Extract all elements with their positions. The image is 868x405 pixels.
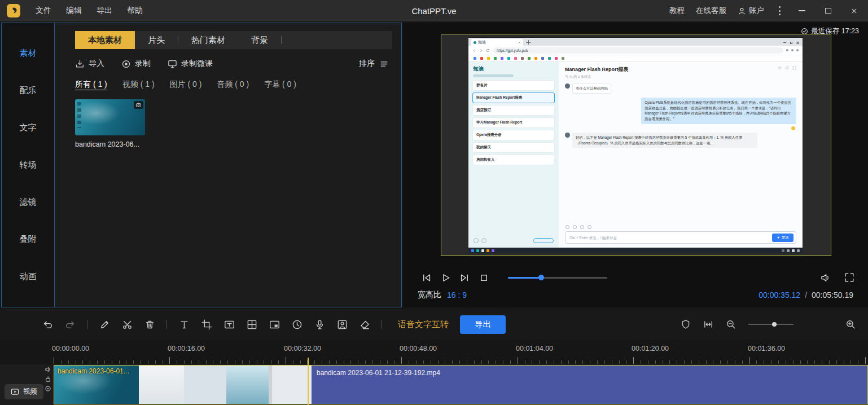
dot-circle-icon: [45, 385, 51, 392]
erase-button[interactable]: [353, 319, 376, 330]
sidebar-item-overlays[interactable]: 叠附: [2, 221, 54, 258]
address-bar: https://gpt.yufu.pub: [493, 47, 783, 54]
skip-start-button[interactable]: [417, 272, 436, 283]
split-button[interactable]: [116, 319, 138, 330]
maximize-button[interactable]: [821, 3, 835, 18]
sidebar-item-animation[interactable]: 动画: [2, 258, 54, 295]
greeting-message: 有什么可以帮你的吗: [572, 83, 611, 94]
recorded-browser-window: 知迪 https://gpt.yufu.pub: [468, 38, 803, 248]
volume-button[interactable]: [820, 272, 831, 283]
record-course-button[interactable]: 录制微课: [168, 59, 213, 69]
crop-button[interactable]: [195, 319, 218, 330]
chat-input[interactable]: 发送: [565, 231, 796, 244]
sidebar-item-filters[interactable]: 滤镜: [2, 183, 54, 221]
video-preview[interactable]: 知迪 https://gpt.yufu.pub: [441, 34, 831, 256]
more-options-button[interactable]: [775, 3, 783, 18]
chat-area: Manager Flash Report报表 与 AI 的 2 条对话: [559, 61, 803, 248]
tab-local-materials[interactable]: 本地素材: [75, 31, 135, 49]
zoom-in-button[interactable]: [845, 319, 856, 329]
aspect-ratio-label: 宽高比: [418, 290, 441, 300]
tutorial-link[interactable]: 教程: [669, 6, 685, 16]
account-button[interactable]: 账户: [738, 6, 764, 16]
zoom-out-button[interactable]: [726, 319, 736, 329]
tab-popular-materials[interactable]: 热门素材: [178, 31, 238, 49]
clip-body[interactable]: bandicam 2023-06-01 21-12-39-192.mp4: [312, 366, 867, 404]
minimize-button[interactable]: [795, 3, 809, 18]
undo-button[interactable]: [36, 319, 59, 330]
current-time: 00:00:35.12: [759, 290, 800, 300]
portrait-button[interactable]: [331, 319, 353, 330]
conversation-item[interactable]: 我的聊天: [473, 143, 554, 152]
video-track-label[interactable]: 视频: [5, 384, 43, 399]
track-lock-button[interactable]: [45, 376, 51, 382]
voiceover-button[interactable]: [308, 319, 331, 330]
split-screen-button[interactable]: [240, 319, 263, 330]
timeline-ruler[interactable]: 00:00:00.00 00:00:16.00 00:00:32.00 00:0…: [0, 341, 868, 364]
aspect-ratio-value[interactable]: 16 : 9: [447, 290, 467, 300]
media-item-name: bandicam 2023-06...: [75, 140, 145, 148]
send-button[interactable]: 发送: [772, 234, 794, 242]
close-button[interactable]: [847, 3, 861, 18]
filter-audio[interactable]: 音频 ( 0 ): [217, 80, 249, 90]
chat-subtitle: 与 AI 的 2 条对话: [565, 74, 629, 80]
seek-slider[interactable]: [508, 277, 607, 279]
conversation-item[interactable]: 房间和收入: [473, 155, 554, 165]
duration-button[interactable]: [286, 319, 308, 330]
play-button[interactable]: [436, 272, 455, 283]
menu-edit[interactable]: 编辑: [59, 6, 89, 16]
media-item[interactable]: bandicam 2023-06...: [75, 99, 145, 148]
tab-backgrounds[interactable]: 背景: [238, 31, 281, 49]
conversation-item[interactable]: Opera报表分析: [473, 130, 554, 140]
conversation-item[interactable]: 酒店预订: [473, 105, 554, 115]
screen-record-icon: [168, 59, 177, 69]
menu-file[interactable]: 文件: [28, 6, 59, 16]
zoom-out-icon: [726, 319, 736, 329]
fit-timeline-button[interactable]: [703, 319, 713, 329]
export-button[interactable]: 导出: [460, 315, 506, 334]
media-thumbnail[interactable]: [75, 99, 145, 135]
marker-button[interactable]: [681, 319, 691, 329]
record-button[interactable]: 录制: [121, 59, 151, 69]
pip-button[interactable]: [263, 319, 286, 330]
sidebar-item-transitions[interactable]: 转场: [2, 146, 54, 183]
conversation-item-active[interactable]: Manager Flash Report报表: [473, 93, 554, 103]
support-link[interactable]: 在线客服: [696, 6, 726, 16]
track-visibility-button[interactable]: [45, 385, 51, 392]
menu-export[interactable]: 导出: [89, 6, 120, 16]
ruler-label: 00:01:36.00: [748, 345, 785, 353]
skip-end-button[interactable]: [455, 272, 474, 283]
scissors-icon: [122, 319, 133, 330]
favorite-icon: [778, 66, 782, 70]
redo-button[interactable]: [59, 319, 81, 330]
conversation-item[interactable]: 学习Manager Flash Report: [473, 118, 554, 127]
filter-all[interactable]: 所有 ( 1 ): [75, 80, 107, 90]
caption-button[interactable]: [218, 319, 240, 330]
timeline-zoom-slider[interactable]: [748, 324, 794, 325]
import-button[interactable]: 导入: [75, 59, 104, 69]
tab-intros[interactable]: 片头: [135, 31, 178, 49]
seek-handle[interactable]: [538, 275, 544, 280]
stop-button[interactable]: [474, 272, 493, 283]
menu-help[interactable]: 帮助: [120, 6, 150, 16]
fullscreen-icon: [844, 272, 854, 283]
add-text-button[interactable]: [173, 319, 195, 330]
conversation-item[interactable]: 群名片: [473, 81, 554, 90]
sidebar-item-text[interactable]: 文字: [2, 109, 54, 146]
filter-subtitle[interactable]: 字幕 ( 0 ): [264, 80, 296, 90]
sidebar-item-music[interactable]: 配乐: [2, 72, 54, 109]
fullscreen-button[interactable]: [844, 272, 854, 283]
filter-image[interactable]: 图片 ( 0 ): [170, 80, 202, 90]
sidebar-item-materials[interactable]: 素材: [2, 34, 54, 72]
sort-button[interactable]: 排序: [359, 59, 389, 69]
user-message: Opera PMS系统是现代化酒店普遍使用的酒店经营管理系统。现在开始，你将作为…: [641, 98, 796, 124]
sidebar-action-icon: [474, 238, 479, 243]
timeline-clip[interactable]: bandicam 2023-06-01... bandicam 2023-06-…: [54, 365, 868, 404]
edit-clip-button[interactable]: [93, 319, 116, 330]
delete-button[interactable]: [138, 319, 161, 330]
track-mute-button[interactable]: [45, 366, 51, 373]
filter-video[interactable]: 视频 ( 1 ): [122, 80, 155, 90]
zoom-slider-handle[interactable]: [772, 322, 777, 327]
pen-icon: [99, 319, 110, 330]
chat-input-field[interactable]: [569, 236, 772, 240]
voice-text-convert-button[interactable]: 语音文字互转: [398, 319, 449, 330]
